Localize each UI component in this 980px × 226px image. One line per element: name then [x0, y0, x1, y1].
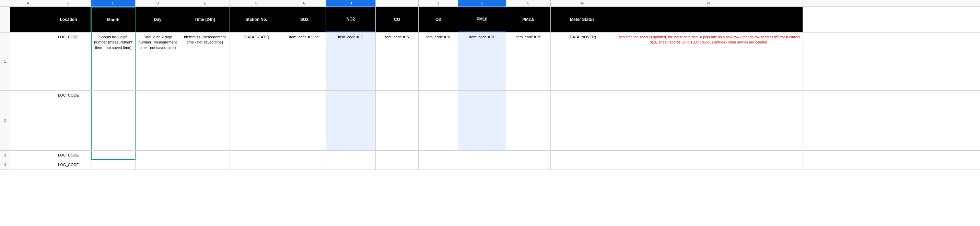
- row2-cell-co[interactable]: [376, 91, 418, 150]
- row2-cell-no2[interactable]: [326, 91, 376, 150]
- row-num-3: 3: [0, 151, 10, 160]
- row1-cell-pm25[interactable]: item_code = '9': [506, 33, 551, 90]
- row3-cell-note: [614, 151, 803, 160]
- row1-cell-meter-status[interactable]: (DATA_NOVER): [551, 33, 614, 90]
- data-row-1: 1 LOC_CODE Should be 2 digit number (mea…: [0, 33, 980, 91]
- row4-cell-o3[interactable]: [418, 160, 458, 169]
- corner-cell: [0, 0, 10, 6]
- row4-cell-meter-status[interactable]: [551, 160, 614, 169]
- col-header-c[interactable]: C: [91, 0, 135, 6]
- row1-cell-day[interactable]: Should be 2 digit number (measurement ti…: [135, 33, 180, 90]
- header-cell-no2: NO2: [326, 7, 376, 32]
- row4-cell-so2[interactable]: [283, 160, 326, 169]
- row1-cell-time[interactable]: hh:mm:ss (measurement time - not saved t…: [180, 33, 230, 90]
- row2-cell-note: [614, 91, 803, 150]
- col-header-b[interactable]: B: [46, 0, 91, 6]
- row4-cell-day[interactable]: [135, 160, 180, 169]
- row4-cell-a[interactable]: [10, 160, 46, 169]
- row2-cell-pm25[interactable]: [506, 91, 551, 150]
- row1-cell-note: Each time the sheet is updated, the late…: [614, 33, 803, 90]
- row4-cell-note: [614, 160, 803, 169]
- data-row-4: 4 LOC_CODE: [0, 160, 980, 170]
- row3-cell-pm10[interactable]: [458, 151, 506, 160]
- row2-cell-time[interactable]: [180, 91, 230, 150]
- col-header-l[interactable]: L: [506, 0, 551, 6]
- col-header-i[interactable]: I: [376, 0, 418, 6]
- row3-cell-a[interactable]: [10, 151, 46, 160]
- row3-cell-pm25[interactable]: [506, 151, 551, 160]
- header-cell-o3: O3: [418, 7, 458, 32]
- row2-cell-o3[interactable]: [418, 91, 458, 150]
- row3-cell-no2[interactable]: [326, 151, 376, 160]
- col-header-e[interactable]: E: [180, 0, 230, 6]
- header-cell-so2: SO2: [283, 7, 326, 32]
- header-cell-pm25: PM2.5: [506, 7, 551, 32]
- spreadsheet: A B C D E F G H I J K L M N Location: [0, 0, 980, 226]
- row1-cell-a[interactable]: [10, 33, 46, 90]
- row3-cell-station[interactable]: [230, 151, 283, 160]
- row4-cell-pm25[interactable]: [506, 160, 551, 169]
- row3-cell-location[interactable]: LOC_CODE: [46, 151, 91, 160]
- row4-cell-time[interactable]: [180, 160, 230, 169]
- row2-cell-so2[interactable]: [283, 91, 326, 150]
- header-cell-location: Location: [46, 7, 91, 32]
- row2-cell-month[interactable]: [91, 91, 135, 150]
- row3-cell-o3[interactable]: [418, 151, 458, 160]
- col-header-k[interactable]: K: [458, 0, 506, 6]
- col-header-g[interactable]: G: [283, 0, 326, 6]
- row2-cell-meter-status[interactable]: [551, 91, 614, 150]
- header-cell-time: Time (24h): [180, 7, 230, 32]
- row3-cell-day[interactable]: [135, 151, 180, 160]
- row3-cell-month[interactable]: [91, 151, 135, 160]
- row2-cell-a[interactable]: [10, 91, 46, 150]
- header-cell-pm10: PM10: [458, 7, 506, 32]
- col-header-h[interactable]: H: [326, 0, 376, 6]
- col-header-f[interactable]: F: [230, 0, 283, 6]
- row-num-1: 1: [0, 33, 10, 90]
- row4-cell-month[interactable]: [91, 160, 135, 169]
- data-row-2: 2 LOC_CODE: [0, 91, 980, 151]
- row1-cell-location[interactable]: LOC_CODE: [46, 33, 91, 90]
- row1-cell-station[interactable]: (DATA_STATE): [230, 33, 283, 90]
- header-cell-a: [10, 7, 46, 32]
- row3-cell-meter-status[interactable]: [551, 151, 614, 160]
- row3-cell-time[interactable]: [180, 151, 230, 160]
- row1-cell-month[interactable]: Should be 2 digit number (measurement ti…: [91, 33, 135, 90]
- row1-cell-so2[interactable]: item_code = 'One': [283, 33, 326, 90]
- row2-cell-day[interactable]: [135, 91, 180, 150]
- row-num-4: 4: [0, 160, 10, 169]
- row4-cell-pm10[interactable]: [458, 160, 506, 169]
- header-row: Location Month Day Time (24h) Station No…: [0, 7, 980, 33]
- row-num-2: 2: [0, 91, 10, 150]
- header-cell-day: Day: [135, 7, 180, 32]
- row2-cell-station[interactable]: [230, 91, 283, 150]
- row1-cell-o3[interactable]: item_code = '6': [418, 33, 458, 90]
- row2-cell-pm10[interactable]: [458, 91, 506, 150]
- row4-cell-station[interactable]: [230, 160, 283, 169]
- column-header-row: A B C D E F G H I J K L M N: [0, 0, 980, 7]
- col-header-m[interactable]: M: [551, 0, 614, 6]
- col-header-d[interactable]: D: [135, 0, 180, 6]
- row4-cell-location[interactable]: LOC_CODE: [46, 160, 91, 169]
- header-cell-co: CO: [376, 7, 418, 32]
- col-header-n[interactable]: N: [614, 0, 803, 6]
- row1-cell-no2[interactable]: item_code = '3': [326, 33, 376, 90]
- row1-cell-pm10[interactable]: item_code = '8': [458, 33, 506, 90]
- row3-cell-co[interactable]: [376, 151, 418, 160]
- row4-cell-no2[interactable]: [326, 160, 376, 169]
- header-cell-n: [614, 7, 803, 32]
- row4-cell-co[interactable]: [376, 160, 418, 169]
- header-cell-station: Station No.: [230, 7, 283, 32]
- header-cell-month: Month: [91, 7, 135, 32]
- row2-cell-location[interactable]: LOC_CODE: [46, 91, 91, 150]
- data-row-3: 3 LOC_CODE: [0, 151, 980, 160]
- col-header-a[interactable]: A: [10, 0, 46, 6]
- row3-cell-so2[interactable]: [283, 151, 326, 160]
- header-cell-meter-status: Meter Status: [551, 7, 614, 32]
- row-num-header: [0, 7, 10, 32]
- col-header-j[interactable]: J: [418, 0, 458, 6]
- row1-cell-co[interactable]: item_code = '5': [376, 33, 418, 90]
